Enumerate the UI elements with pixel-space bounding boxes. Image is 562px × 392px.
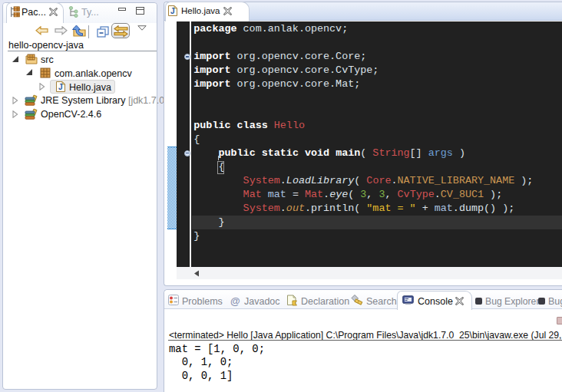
svg-text:J: J bbox=[170, 7, 175, 15]
svg-text:J: J bbox=[58, 83, 63, 91]
